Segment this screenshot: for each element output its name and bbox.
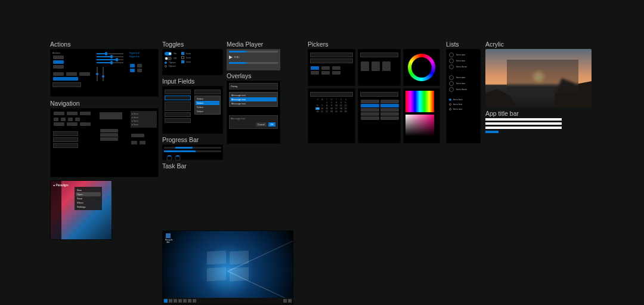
list-item[interactable]: Item one — [449, 107, 478, 112]
nav-pill-3[interactable] — [80, 112, 91, 115]
list-item[interactable]: Item three — [449, 64, 478, 70]
cal-d[interactable]: 17 — [334, 107, 338, 110]
check-mixed[interactable] — [181, 60, 184, 63]
nav-icon-1[interactable] — [54, 118, 58, 121]
combobox[interactable] — [194, 90, 221, 94]
textbox-3[interactable] — [165, 112, 191, 117]
nav-chip-3[interactable] — [140, 141, 145, 144]
media-seek-2[interactable] — [229, 62, 278, 64]
cal-d[interactable]: 14 — [320, 107, 324, 110]
cal-d[interactable]: 4 — [339, 101, 343, 104]
play-icon[interactable] — [229, 56, 233, 59]
textbox-4[interactable] — [165, 118, 191, 123]
menu-item-2[interactable] — [100, 133, 118, 137]
taskbar-search-icon[interactable] — [169, 299, 172, 303]
menu-item-1[interactable] — [100, 129, 118, 133]
time-col-2[interactable] — [371, 61, 380, 71]
time-loop-input[interactable] — [360, 92, 398, 97]
list-item[interactable]: Item one — [449, 75, 478, 81]
nav-icon-3[interactable] — [68, 118, 73, 121]
date-input[interactable] — [310, 53, 353, 57]
list-item[interactable]: Item four — [449, 97, 478, 102]
slider-2[interactable] — [97, 56, 123, 57]
nav-tab-1[interactable] — [54, 122, 64, 126]
slider-3[interactable] — [97, 59, 123, 60]
loop-m-sel[interactable] — [380, 104, 399, 107]
recycle-bin-icon[interactable]: Recycle Bin — [165, 233, 171, 244]
loop-h-3[interactable] — [361, 112, 379, 116]
combo-opt-2[interactable]: Select — [196, 101, 219, 105]
cal-d[interactable]: 7 — [320, 104, 324, 107]
nav-icon-4[interactable] — [75, 118, 80, 121]
cal-d[interactable]: 10 — [334, 104, 338, 107]
nav-split-3[interactable] — [53, 143, 78, 148]
flyout-menu-overlay[interactable]: Message text Message text Message text — [229, 92, 278, 107]
loop-h-4[interactable] — [361, 116, 379, 120]
loop-m-2[interactable] — [380, 108, 399, 112]
button-c[interactable] — [79, 72, 90, 76]
combobox-open[interactable]: Select Select Select Select — [194, 95, 221, 115]
flyout-menu-item-1[interactable]: Open — [76, 192, 101, 196]
taskbar[interactable] — [163, 298, 293, 304]
slider-4[interactable] — [97, 62, 123, 63]
list-item[interactable]: Item one — [449, 52, 478, 58]
cal-d[interactable]: 2 — [330, 101, 334, 104]
button-wide[interactable] — [53, 77, 78, 81]
date-spinner-3[interactable] — [332, 66, 340, 70]
nav-chip-1[interactable] — [131, 134, 144, 137]
titlebar-3[interactable] — [485, 127, 562, 129]
flyout-menu-item-4[interactable]: Settings — [76, 205, 101, 209]
loop-h-2[interactable] — [361, 108, 379, 112]
check-off[interactable] — [181, 56, 184, 59]
cal-d[interactable]: 21 — [320, 110, 324, 113]
time-col-3[interactable] — [382, 61, 391, 71]
flyout-nav-rail[interactable] — [51, 181, 61, 239]
nav-split-2[interactable] — [53, 137, 78, 142]
flyout-opt-1[interactable]: Message text — [230, 93, 277, 97]
nav-tab-3[interactable] — [80, 122, 91, 126]
slider-1[interactable] — [97, 53, 123, 54]
cal-d[interactable]: 18 — [339, 107, 343, 110]
list-item[interactable]: Item five — [449, 102, 478, 107]
cal-d[interactable]: 16 — [330, 107, 334, 110]
list-item[interactable]: Item two — [449, 58, 478, 64]
date-input-2[interactable] — [310, 58, 353, 63]
check-on[interactable] — [181, 52, 184, 55]
calendar-grid[interactable]: S M T W T F S 12345 6789101112 131415161… — [315, 98, 348, 113]
toggle-on[interactable] — [165, 52, 172, 56]
cal-d[interactable]: 23 — [330, 110, 334, 113]
date-spinner-2[interactable] — [321, 66, 330, 70]
design-canvas[interactable]: Actions Toggles Media Player Overlays In… — [0, 0, 644, 305]
dialog-ok[interactable]: OK — [268, 122, 275, 127]
loop-m-1[interactable] — [380, 100, 399, 103]
button-b[interactable] — [66, 72, 77, 76]
cal-d[interactable]: 8 — [325, 104, 329, 107]
loop-m-3[interactable] — [380, 112, 399, 116]
nav-tab-2[interactable] — [67, 122, 78, 126]
flyout-opt-2[interactable]: Message text — [230, 97, 277, 101]
cal-d[interactable]: 20 — [315, 110, 320, 113]
titlebar-1[interactable] — [485, 118, 562, 121]
taskbar-app-1[interactable] — [178, 299, 182, 303]
saturation-rect[interactable] — [405, 115, 434, 136]
menu-item-3[interactable] — [100, 137, 118, 141]
nav-icon-2[interactable] — [61, 118, 66, 121]
hyperlink-2[interactable]: Hyperlink — [129, 55, 156, 58]
nav-chip-2[interactable] — [131, 141, 137, 144]
hue-rect[interactable] — [405, 91, 434, 112]
pivot-item-4[interactable]: ▸ Item — [132, 123, 156, 127]
taskbar-app-4[interactable] — [193, 299, 196, 303]
flyout-menu-item-3[interactable]: Share — [76, 201, 101, 205]
titlebar-accent[interactable] — [485, 131, 499, 133]
slider-vertical-2[interactable] — [103, 67, 104, 81]
list-item[interactable]: Item two — [449, 81, 478, 87]
textbox-focus[interactable] — [165, 95, 191, 100]
time-input[interactable] — [360, 53, 398, 57]
date-spinner-1[interactable] — [311, 66, 319, 70]
icon-button-1[interactable] — [130, 64, 135, 67]
combo-opt-3[interactable]: Select — [196, 105, 219, 109]
icon-button-2[interactable] — [137, 64, 142, 67]
tray-clock[interactable] — [288, 299, 292, 303]
time-col-1[interactable] — [361, 61, 369, 71]
tray-icon[interactable] — [283, 299, 287, 303]
